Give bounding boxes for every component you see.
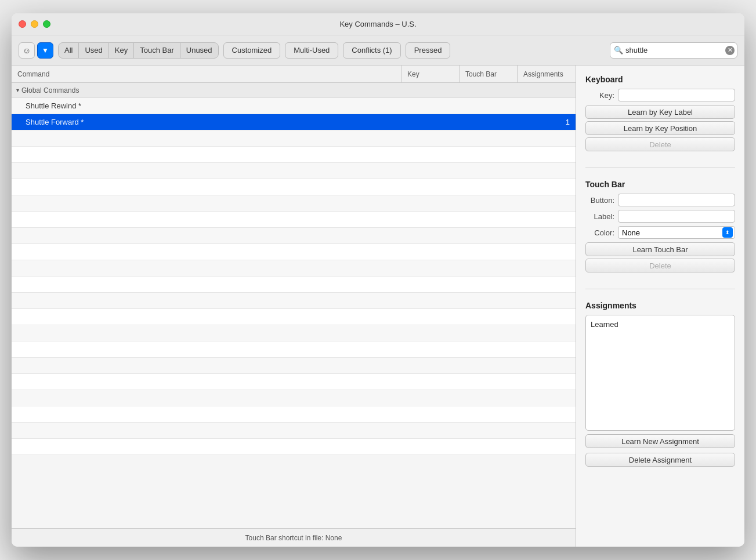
header-touchbar: Touch Bar [460, 66, 518, 82]
table-row [12, 358, 576, 374]
empty-cell [518, 195, 576, 211]
touchbar-section: Touch Bar Button: Label: Color: None Red [585, 180, 735, 275]
maximize-button[interactable] [43, 20, 50, 28]
empty-cell [401, 260, 460, 276]
table-row [12, 147, 576, 163]
filter-all[interactable]: All [59, 43, 79, 58]
color-select-wrapper: None Red Orange Yellow Green Blue Purple… [618, 226, 735, 239]
conflicts-btn[interactable]: Conflicts (1) [343, 42, 400, 59]
learn-touch-bar-btn[interactable]: Learn Touch Bar [585, 242, 735, 256]
empty-cell [12, 260, 401, 276]
empty-cell [460, 309, 518, 325]
table-row [12, 179, 576, 195]
empty-cell [401, 325, 460, 341]
label-label: Label: [585, 212, 614, 221]
table-area: Command Key Touch Bar Assignments ▾ Glob… [12, 66, 576, 547]
empty-cell [460, 260, 518, 276]
keyboard-section-title: Keyboard [585, 75, 735, 84]
table-row [12, 374, 576, 390]
empty-cell [12, 309, 401, 325]
empty-cell [460, 163, 518, 179]
table-row [12, 406, 576, 423]
learn-new-assignment-btn[interactable]: Learn New Assignment [585, 434, 735, 448]
empty-cell [401, 147, 460, 162]
empty-cell [518, 147, 576, 162]
table-row[interactable]: Shuttle Forward * 1 [12, 114, 576, 130]
empty-cell [12, 439, 401, 454]
filter-used[interactable]: Used [79, 43, 108, 58]
button-row: Button: [585, 194, 735, 206]
row-key [401, 98, 460, 114]
minimize-button[interactable] [31, 20, 38, 28]
empty-cell [401, 439, 460, 454]
multi-used-btn[interactable]: Multi-Used [285, 42, 338, 59]
titlebar: Key Commands – U.S. [12, 13, 744, 35]
group-row-global[interactable]: ▾ Global Commands [12, 83, 576, 98]
table-row [12, 293, 576, 309]
empty-cell [12, 130, 401, 146]
close-button[interactable] [19, 20, 26, 28]
button-input[interactable] [618, 194, 735, 206]
empty-cell [12, 325, 401, 341]
empty-cell [518, 390, 576, 406]
empty-cell [401, 293, 460, 308]
empty-cell [401, 374, 460, 390]
filter-touchbar[interactable]: Touch Bar [134, 43, 180, 58]
status-bar: Touch Bar shortcut in file: None [12, 528, 576, 547]
group-chevron-icon: ▾ [16, 87, 19, 93]
delete-assignment-btn[interactable]: Delete Assignment [585, 453, 735, 467]
status-text: Touch Bar shortcut in file: None [245, 534, 342, 542]
empty-cell [460, 390, 518, 406]
assignments-box: Learned [585, 315, 735, 431]
empty-cell [12, 277, 401, 292]
toolbar-left: ☺ ▼ [19, 42, 53, 59]
search-icon: 🔍 [614, 46, 623, 54]
empty-cell [460, 293, 518, 308]
button-label: Button: [585, 196, 614, 205]
empty-cell [401, 212, 460, 227]
empty-cell [12, 406, 401, 422]
keyboard-section: Keyboard Key: Learn by Key Label Learn b… [585, 75, 735, 154]
empty-cell [460, 423, 518, 438]
filter-unused[interactable]: Unused [180, 43, 218, 58]
empty-cell [460, 341, 518, 357]
emoji-icon: ☺ [23, 46, 31, 55]
table-row [12, 163, 576, 179]
filter-key[interactable]: Key [109, 43, 134, 58]
delete-touch-bar-btn[interactable]: Delete [585, 259, 735, 272]
customized-btn[interactable]: Customized [223, 42, 281, 59]
delete-keyboard-btn[interactable]: Delete [585, 137, 735, 151]
table-body[interactable]: ▾ Global Commands Shuttle Rewind * Shutt… [12, 83, 576, 528]
empty-cell [518, 374, 576, 390]
learn-key-position-btn[interactable]: Learn by Key Position [585, 121, 735, 135]
empty-cell [518, 358, 576, 373]
empty-cell [12, 228, 401, 243]
empty-cell [401, 406, 460, 422]
key-input[interactable] [618, 89, 735, 101]
search-clear-button[interactable]: ✕ [725, 46, 735, 55]
pressed-btn[interactable]: Pressed [406, 42, 451, 59]
empty-cell [12, 374, 401, 390]
group-label: Global Commands [21, 86, 79, 94]
empty-cell [460, 244, 518, 260]
empty-cell [460, 195, 518, 211]
label-input[interactable] [618, 210, 735, 223]
emoji-icon-btn[interactable]: ☺ [19, 42, 35, 59]
empty-cell [401, 244, 460, 260]
table-row[interactable]: Shuttle Rewind * [12, 98, 576, 114]
table-row [12, 341, 576, 358]
table-row [12, 325, 576, 341]
empty-cell [12, 423, 401, 438]
color-select[interactable]: None Red Orange Yellow Green Blue Purple [618, 226, 735, 239]
learn-key-label-btn[interactable]: Learn by Key Label [585, 105, 735, 119]
row-command: Shuttle Rewind * [12, 98, 401, 114]
empty-cell [12, 390, 401, 406]
header-assignments: Assignments [518, 66, 576, 82]
empty-cell [12, 341, 401, 357]
color-row: Color: None Red Orange Yellow Green Blue… [585, 226, 735, 239]
search-input[interactable] [625, 46, 723, 54]
row-assignments: 1 [518, 114, 576, 130]
empty-cell [12, 212, 401, 227]
dropdown-btn[interactable]: ▼ [37, 42, 53, 59]
empty-cell [12, 358, 401, 373]
